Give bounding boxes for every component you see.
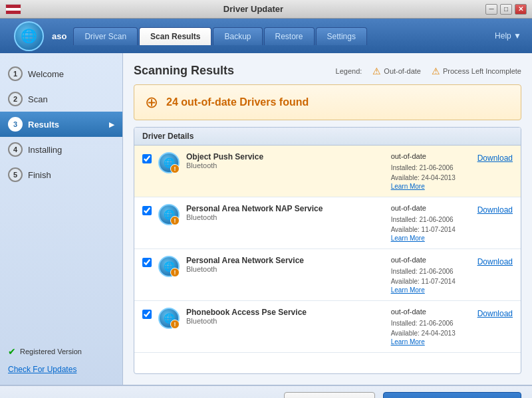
results-arrow-icon: ▶ bbox=[109, 121, 114, 128]
legend: Legend: ⚠ Out-of-date ⚠ Process Left Inc… bbox=[336, 66, 521, 76]
table-row: 🌐 ! Personal Area Network NAP Service Bl… bbox=[134, 197, 521, 249]
driver-info-1: Object Push Service Bluetooth bbox=[186, 152, 384, 169]
download-button-3[interactable]: Download bbox=[477, 256, 513, 266]
registered-check-icon: ✔ bbox=[8, 346, 16, 357]
window-controls: ─ □ ✕ bbox=[485, 4, 527, 15]
driver-dates-4: Installed: 21-06-2006 Available: 24-04-2… bbox=[391, 318, 471, 338]
driver-category-2: Bluetooth bbox=[186, 213, 384, 221]
driver-table: Driver Details 🌐 ! Object Push Service B… bbox=[134, 127, 521, 374]
status-label-3: out-of-date bbox=[391, 256, 471, 264]
learn-more-3[interactable]: Learn More bbox=[391, 286, 471, 294]
legend-process-incomplete-label: Process Left Incomplete bbox=[443, 67, 521, 75]
table-row: 🌐 ! Object Push Service Bluetooth out-of… bbox=[134, 146, 521, 197]
driver-status-2: out-of-date Installed: 21-06-2006 Availa… bbox=[391, 204, 471, 242]
tab-settings[interactable]: Settings bbox=[316, 27, 367, 45]
registered-label: Registered Version bbox=[20, 348, 82, 355]
download-button-4[interactable]: Download bbox=[477, 308, 513, 318]
download-button-1[interactable]: Download bbox=[477, 152, 513, 163]
main-layout: 1 Welcome 2 Scan 3 Results ▶ 4 Installin… bbox=[0, 53, 532, 385]
status-label-4: out-of-date bbox=[391, 308, 471, 316]
table-row: 🌐 ! Personal Area Network Service Blueto… bbox=[134, 249, 521, 301]
driver-checkbox-3[interactable] bbox=[142, 258, 152, 267]
sidebar-item-results[interactable]: 3 Results ▶ bbox=[0, 112, 122, 137]
registered-badge: ✔ Registered Version bbox=[0, 341, 122, 362]
driver-icon-1: 🌐 ! bbox=[158, 152, 180, 173]
driver-info-2: Personal Area Network NAP Service Blueto… bbox=[186, 204, 384, 221]
sidebar-item-installing-label: Installing bbox=[28, 145, 62, 155]
step-4-circle: 4 bbox=[8, 142, 23, 157]
sidebar-item-scan[interactable]: 2 Scan bbox=[0, 86, 122, 112]
alert-text: 24 out-of-date Drivers found bbox=[166, 96, 309, 108]
driver-icon-2: 🌐 ! bbox=[158, 204, 180, 225]
warning-icon-1: ⚠ bbox=[372, 66, 381, 76]
driver-warning-badge-4: ! bbox=[170, 320, 180, 329]
footer-bar: ℹ Report Feedback View Summary ▶ Update … bbox=[0, 385, 532, 398]
update-selected-drivers-button[interactable]: ▶ Update Selected Drivers bbox=[383, 392, 521, 399]
driver-dates-3: Installed: 21-06-2006 Available: 11-07-2… bbox=[391, 266, 471, 286]
sidebar-item-finish-label: Finish bbox=[28, 170, 51, 180]
driver-checkbox-2[interactable] bbox=[142, 206, 152, 215]
step-3-circle: 3 bbox=[8, 117, 23, 132]
nav-tabs: Driver Scan Scan Results Backup Restore … bbox=[73, 27, 484, 45]
driver-info-3: Personal Area Network Service Bluetooth bbox=[186, 256, 384, 273]
minimize-button[interactable]: ─ bbox=[485, 4, 497, 15]
learn-more-2[interactable]: Learn More bbox=[391, 235, 471, 242]
driver-info-4: Phonebook Access Pse Service Bluetooth bbox=[186, 308, 384, 325]
driver-checkbox-4[interactable] bbox=[142, 310, 152, 319]
driver-category-1: Bluetooth bbox=[186, 161, 384, 169]
tab-restore[interactable]: Restore bbox=[264, 27, 315, 45]
alert-banner: ⊕ 24 out-of-date Drivers found bbox=[134, 84, 521, 120]
driver-name-2: Personal Area Network NAP Service bbox=[186, 204, 384, 213]
brand-label: aso bbox=[52, 31, 66, 41]
driver-status-4: out-of-date Installed: 21-06-2006 Availa… bbox=[391, 308, 471, 346]
step-5-circle: 5 bbox=[8, 167, 23, 182]
learn-more-1[interactable]: Learn More bbox=[391, 183, 471, 190]
legend-process-incomplete: ⚠ Process Left Incomplete bbox=[432, 66, 521, 76]
tab-scan-results[interactable]: Scan Results bbox=[139, 27, 211, 45]
driver-warning-badge-3: ! bbox=[170, 268, 180, 277]
check-updates-link[interactable]: Check For Updates bbox=[0, 362, 122, 377]
sidebar-spacer bbox=[0, 187, 122, 341]
sidebar-item-results-label: Results bbox=[28, 120, 59, 130]
legend-out-of-date-label: Out-of-date bbox=[384, 67, 421, 75]
sidebar: 1 Welcome 2 Scan 3 Results ▶ 4 Installin… bbox=[0, 53, 123, 385]
help-button[interactable]: Help ▼ bbox=[484, 31, 532, 41]
view-summary-button[interactable]: View Summary bbox=[284, 392, 375, 399]
app-title: Driver Updater bbox=[21, 4, 485, 14]
driver-warning-badge-2: ! bbox=[170, 216, 180, 225]
learn-more-4[interactable]: Learn More bbox=[391, 338, 471, 346]
maximize-button[interactable]: □ bbox=[500, 4, 512, 15]
driver-icon-4: 🌐 ! bbox=[158, 308, 180, 329]
driver-checkbox-1[interactable] bbox=[142, 154, 152, 163]
driver-icon-3: 🌐 ! bbox=[158, 256, 180, 277]
table-header: Driver Details bbox=[134, 128, 521, 146]
warning-icon-2: ⚠ bbox=[432, 66, 440, 76]
sidebar-item-welcome[interactable]: 1 Welcome bbox=[0, 61, 122, 86]
status-label-1: out-of-date bbox=[391, 152, 471, 160]
sidebar-item-scan-label: Scan bbox=[28, 94, 48, 104]
step-1-circle: 1 bbox=[8, 66, 23, 81]
navbar: 🌐 aso Driver Scan Scan Results Backup Re… bbox=[0, 19, 532, 53]
legend-out-of-date: ⚠ Out-of-date bbox=[372, 66, 421, 76]
close-button[interactable]: ✕ bbox=[515, 4, 527, 15]
page-title: Scanning Results bbox=[134, 64, 234, 78]
driver-status-3: out-of-date Installed: 21-06-2006 Availa… bbox=[391, 256, 471, 294]
status-label-2: out-of-date bbox=[391, 204, 471, 212]
step-2-circle: 2 bbox=[8, 92, 23, 106]
content-area: Scanning Results Legend: ⚠ Out-of-date ⚠… bbox=[123, 53, 532, 385]
download-button-2[interactable]: Download bbox=[477, 204, 513, 215]
titlebar: Driver Updater ─ □ ✕ bbox=[0, 0, 532, 19]
alert-icon: ⊕ bbox=[145, 93, 158, 112]
sidebar-item-installing[interactable]: 4 Installing bbox=[0, 137, 122, 162]
driver-category-4: Bluetooth bbox=[186, 317, 384, 325]
legend-label: Legend: bbox=[336, 67, 362, 75]
table-row: 🌐 ! Phonebook Access Pse Service Bluetoo… bbox=[134, 301, 521, 353]
driver-name-4: Phonebook Access Pse Service bbox=[186, 308, 384, 317]
sidebar-item-finish[interactable]: 5 Finish bbox=[0, 162, 122, 187]
tab-backup[interactable]: Backup bbox=[213, 27, 262, 45]
tab-driver-scan[interactable]: Driver Scan bbox=[73, 27, 138, 45]
driver-dates-1: Installed: 21-06-2006 Available: 24-04-2… bbox=[391, 163, 471, 183]
driver-list: 🌐 ! Object Push Service Bluetooth out-of… bbox=[134, 146, 521, 373]
content-header: Scanning Results Legend: ⚠ Out-of-date ⚠… bbox=[134, 64, 521, 78]
driver-warning-badge-1: ! bbox=[170, 164, 180, 173]
